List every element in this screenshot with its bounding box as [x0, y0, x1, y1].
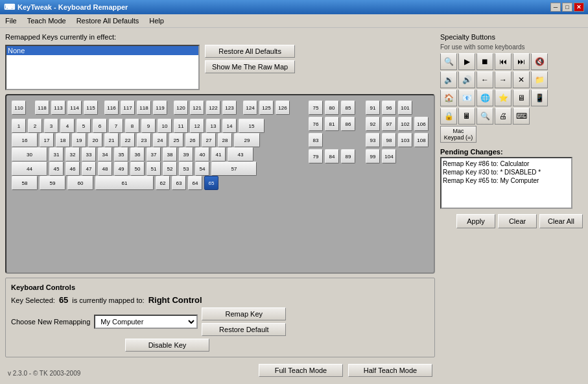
key-19[interactable]: 19	[72, 133, 86, 147]
key-50[interactable]: 50	[130, 162, 145, 176]
key-37[interactable]: 37	[147, 147, 161, 162]
key-24[interactable]: 24	[153, 133, 167, 147]
key-num-96[interactable]: 96	[382, 101, 396, 115]
key-40[interactable]: 40	[195, 147, 209, 162]
spec-icon-folder[interactable]: 📁	[531, 71, 548, 88]
key-114[interactable]: 114	[67, 101, 82, 115]
key-18[interactable]: 18	[56, 133, 70, 147]
spec-icon-phone[interactable]: 📱	[531, 90, 548, 106]
key-num-104[interactable]: 104	[382, 149, 396, 163]
key-nav-79[interactable]: 79	[309, 149, 323, 163]
spec-icon-web[interactable]: 🌐	[476, 90, 493, 106]
key-nav-83[interactable]: 83	[309, 133, 323, 147]
key-110[interactable]: 110	[12, 101, 26, 115]
key-11[interactable]: 11	[174, 119, 188, 133]
key-num-108[interactable]: 108	[414, 133, 429, 147]
key-nav-84[interactable]: 84	[325, 149, 339, 163]
key-28[interactable]: 28	[218, 133, 232, 147]
mac-keypad-button[interactable]: MacKeypad (=)	[440, 126, 476, 143]
key-45[interactable]: 45	[49, 162, 64, 176]
clear-button[interactable]: Clear	[498, 214, 537, 228]
key-34[interactable]: 34	[98, 147, 112, 162]
key-num-106[interactable]: 106	[414, 117, 429, 131]
key-10[interactable]: 10	[158, 119, 172, 133]
key-58[interactable]: 58	[12, 176, 38, 190]
menu-restore-all[interactable]: Restore All Defaults	[71, 16, 145, 26]
key-32[interactable]: 32	[65, 147, 80, 162]
spec-icon-keyboard[interactable]: ⌨	[513, 108, 530, 125]
key-62[interactable]: 62	[156, 176, 170, 190]
key-123[interactable]: 123	[222, 101, 237, 115]
key-14[interactable]: 14	[222, 119, 237, 133]
full-teach-mode-button[interactable]: Full Teach Mode	[259, 364, 343, 377]
spec-icon-forward[interactable]: →	[495, 71, 512, 88]
spec-icon-stop[interactable]: ⏹	[476, 53, 493, 70]
key-17[interactable]: 17	[40, 133, 54, 147]
key-118[interactable]: 118	[35, 101, 49, 115]
key-49[interactable]: 49	[114, 162, 128, 176]
spec-icon-lock[interactable]: 🔒	[440, 108, 457, 125]
remap-dropdown[interactable]: My Computer Calculator * DISABLED * No R…	[94, 315, 198, 329]
spec-icon-next[interactable]: ⏭	[513, 53, 530, 70]
key-nav-76[interactable]: 76	[309, 117, 323, 131]
clear-all-button[interactable]: Clear All	[539, 214, 583, 228]
key-num-99[interactable]: 99	[366, 149, 380, 163]
key-num-91[interactable]: 91	[366, 101, 380, 115]
key-9[interactable]: 9	[141, 119, 156, 133]
key-120[interactable]: 120	[174, 101, 188, 115]
key-53[interactable]: 53	[179, 162, 193, 176]
key-num-101[interactable]: 101	[398, 101, 412, 115]
key-126[interactable]: 126	[276, 101, 290, 115]
key-36[interactable]: 36	[130, 147, 145, 162]
key-7[interactable]: 7	[109, 119, 123, 133]
key-15[interactable]: 15	[239, 119, 265, 133]
restore-all-defaults-button[interactable]: Restore All Defaults	[205, 45, 295, 58]
key-num-93[interactable]: 93	[366, 133, 380, 147]
spec-icon-search2[interactable]: 🔍	[476, 108, 493, 125]
key-27[interactable]: 27	[202, 133, 216, 147]
key-41[interactable]: 41	[211, 147, 226, 162]
key-38[interactable]: 38	[163, 147, 177, 162]
key-64[interactable]: 64	[188, 176, 202, 190]
key-30[interactable]: 30	[12, 147, 47, 162]
key-121[interactable]: 121	[190, 101, 204, 115]
key-nav-80[interactable]: 80	[325, 101, 339, 115]
key-52[interactable]: 52	[163, 162, 177, 176]
key-60[interactable]: 60	[67, 176, 93, 190]
close-button[interactable]: ✕	[574, 3, 584, 12]
spec-icon-close[interactable]: ✕	[513, 71, 530, 88]
key-43[interactable]: 43	[228, 147, 253, 162]
key-21[interactable]: 21	[104, 133, 119, 147]
key-125[interactable]: 125	[259, 101, 274, 115]
key-39[interactable]: 39	[179, 147, 193, 162]
key-1[interactable]: 1	[12, 119, 26, 133]
spec-icon-home[interactable]: 🏠	[440, 90, 457, 106]
menu-help[interactable]: Help	[144, 16, 169, 26]
key-115[interactable]: 115	[84, 101, 98, 115]
key-51[interactable]: 51	[147, 162, 161, 176]
key-6[interactable]: 6	[93, 119, 107, 133]
key-22[interactable]: 22	[121, 133, 135, 147]
key-48[interactable]: 48	[98, 162, 112, 176]
key-2[interactable]: 2	[28, 119, 42, 133]
key-13[interactable]: 13	[206, 119, 220, 133]
menu-teach-mode[interactable]: Teach Mode	[22, 16, 71, 26]
apply-button[interactable]: Apply	[456, 214, 495, 228]
key-23[interactable]: 23	[137, 133, 151, 147]
remapped-item-none[interactable]: None	[6, 46, 198, 55]
key-num-102[interactable]: 102	[398, 117, 412, 131]
key-16[interactable]: 16	[12, 133, 38, 147]
key-35[interactable]: 35	[114, 147, 128, 162]
show-raw-map-button[interactable]: Show Me The Raw Map	[205, 60, 295, 73]
spec-icon-search[interactable]: 🔍	[440, 53, 457, 70]
key-113[interactable]: 113	[51, 101, 65, 115]
key-5[interactable]: 5	[76, 119, 91, 133]
maximize-button[interactable]: □	[562, 3, 572, 12]
spec-icon-prev[interactable]: ⏮	[495, 53, 512, 70]
key-26[interactable]: 26	[185, 133, 200, 147]
key-116[interactable]: 116	[104, 101, 119, 115]
key-nav-89[interactable]: 89	[341, 149, 355, 163]
key-29[interactable]: 29	[234, 133, 260, 147]
key-25[interactable]: 25	[169, 133, 183, 147]
key-num-98[interactable]: 98	[382, 133, 396, 147]
